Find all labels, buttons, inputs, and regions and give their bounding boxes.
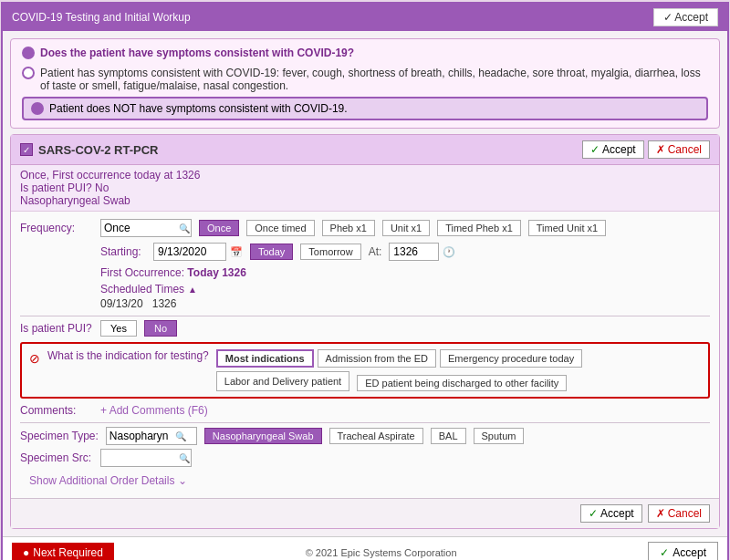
freq-btn-unit[interactable]: Unit x1 [382,220,430,236]
scheduled-time-value: 09/13/20 1326 [20,297,710,310]
clock-icon: 🕐 [443,246,455,258]
footer-cancel-button[interactable]: ✗ Cancel [648,504,710,523]
order-checkbox[interactable]: ✓ [20,143,33,156]
time-input[interactable] [389,243,439,261]
start-date-input[interactable] [153,243,226,261]
first-occurrence: First Occurrence: Today 1326 [20,266,710,279]
error-icon: ⊘ [29,351,40,366]
freq-btn-once[interactable]: Once [199,220,239,236]
title-bar: COVID-19 Testing and Initial Workup ✓ Ac… [3,4,727,31]
cancel-x-icon: ✗ [656,143,665,156]
spec-btn-nasopharyngeal[interactable]: Nasopharyngeal Swab [204,428,322,444]
frequency-input[interactable] [101,220,176,236]
comments-row: Comments: + Add Comments (F6) [20,404,710,417]
starting-row: Starting: 📅 Today Tomorrow At: 🕐 [20,243,710,261]
order-header: ✓ SARS-COV-2 RT-PCR ✓ Accept ✗ Cancel [11,135,719,165]
pui-no-button[interactable]: No [144,320,177,337]
freq-btn-once-timed[interactable]: Once timed [246,220,314,236]
specimen-src-search-icon: 🔍 [176,453,193,463]
freq-btn-pheb[interactable]: Pheb x1 [322,220,375,236]
window-title: COVID-19 Testing and Initial Workup [12,11,191,24]
order-accept-button[interactable]: ✓ Accept [582,140,644,159]
frequency-row: Frequency: 🔍 Once Once timed Pheb x1 Uni… [20,219,710,237]
calendar-icon: 📅 [230,246,243,258]
spec-btn-bal[interactable]: BAL [431,428,466,444]
indication-section: ⊘ What is the indication for testing? Mo… [20,342,710,399]
freq-btn-timed-pheb[interactable]: Timed Pheb x1 [437,220,521,236]
option-1-radio[interactable] [22,67,35,79]
option-2-radio[interactable] [31,102,44,115]
footer-accept-icon: ✓ [589,507,598,520]
order-header-left: ✓ SARS-COV-2 RT-PCR [20,143,158,157]
specimen-src-row: Specimen Src: 🔍 [20,449,710,467]
question-section-1: Does the patient have symptoms consisten… [10,38,720,129]
indication-row: ⊘ What is the indication for testing? Mo… [29,349,701,391]
specimen-src-input[interactable] [101,450,176,466]
ind-btn-most[interactable]: Most indications [216,349,314,368]
bottom-accept-icon: ✓ [660,546,669,559]
bottom-accept-button[interactable]: ✓ Accept [648,542,718,560]
ind-btn-labor[interactable]: Labor and Delivery patient [216,371,349,391]
pui-row: Is patient PUI? Yes No [20,320,710,337]
option-1-row[interactable]: Patient has symptoms consistent with COV… [22,67,708,92]
indication-buttons: Most indications Admission from the ED E… [216,349,701,391]
content-area: Does the patient have symptoms consisten… [3,31,727,536]
footer-cancel-icon: ✗ [656,507,665,520]
scheduled-times-toggle-icon[interactable]: ▲ [188,285,197,295]
question-1-radio[interactable] [22,47,35,59]
next-required-button[interactable]: ● Next Required [12,543,114,560]
today-button[interactable]: Today [250,244,293,260]
bottom-bar: ● Next Required © 2021 Epic Systems Corp… [3,536,727,560]
freq-btn-timed-unit[interactable]: Timed Unit x1 [528,220,606,236]
specimen-type-row: Specimen Type: 🔍 Nasopharyngeal Swab Tra… [20,427,710,445]
question-1-title: Does the patient have symptoms consisten… [22,47,708,59]
next-required-icon: ● [23,546,29,559]
spec-btn-sputum[interactable]: Sputum [474,428,525,444]
pui-yes-button[interactable]: Yes [100,320,137,337]
option-2-selected[interactable]: Patient does NOT have symptoms consisten… [22,97,708,120]
footer-accept-button[interactable]: ✓ Accept [580,504,642,523]
order-card: ✓ SARS-COV-2 RT-PCR ✓ Accept ✗ Cancel On… [10,134,720,529]
order-header-buttons: ✓ Accept ✗ Cancel [582,140,710,159]
frequency-input-wrapper[interactable]: 🔍 [100,219,192,237]
show-details-link[interactable]: Show Additional Order Details ⌄ [20,471,710,491]
specimen-type-input[interactable] [107,428,172,444]
ind-btn-ed-discharged[interactable]: ED patient being discharged to other fac… [357,375,567,391]
time-input-wrapper: 🕐 [389,243,455,261]
date-input-wrapper: 📅 [153,243,243,261]
title-accept-button[interactable]: ✓ Accept [653,8,718,26]
order-cancel-button[interactable]: ✗ Cancel [648,140,710,159]
order-footer: ✓ Accept ✗ Cancel [11,498,719,528]
main-window: COVID-19 Testing and Initial Workup ✓ Ac… [1,2,729,560]
order-body: Frequency: 🔍 Once Once timed Pheb x1 Uni… [11,212,719,498]
order-info: Once, First occurrence today at 1326 Is … [11,165,719,212]
ind-btn-admission[interactable]: Admission from the ED [318,349,436,368]
add-comments-link[interactable]: + Add Comments (F6) [100,404,208,417]
frequency-search-icon: 🔍 [176,223,193,233]
accept-check-icon: ✓ [590,143,600,156]
specimen-search-icon: 🔍 [172,431,189,441]
ind-btn-emergency[interactable]: Emergency procedure today [440,349,582,368]
scheduled-times-header: Scheduled Times ▲ [20,283,710,296]
specimen-src-wrapper[interactable]: 🔍 [100,449,192,467]
divider-2 [20,422,710,423]
specimen-input-wrapper[interactable]: 🔍 [106,427,197,445]
divider-1 [20,316,710,316]
tomorrow-button[interactable]: Tomorrow [300,244,360,260]
spec-btn-tracheal[interactable]: Tracheal Aspirate [329,428,423,444]
